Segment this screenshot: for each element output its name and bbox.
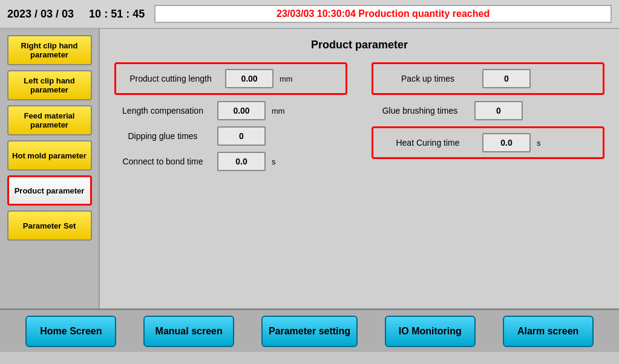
param-row-heat-curing: Heat Curing time 0.0 s	[372, 126, 604, 159]
time-text: 10 : 51 : 45	[89, 8, 145, 20]
sidebar-btn-product-parameter[interactable]: Product parameter	[7, 175, 92, 206]
params-grid: Product cutting length 0.00 mm Length co…	[114, 62, 604, 171]
main-area: Right clip hand parameterLeft clip hand …	[0, 29, 619, 308]
content-area: Product parameter Product cutting length…	[100, 29, 619, 308]
sidebar-btn-left-clip[interactable]: Left clip hand parameter	[7, 70, 92, 100]
param-row-cutting-length: Product cutting length 0.00 mm	[114, 62, 347, 95]
param-input-dipping-glue[interactable]: 0	[217, 126, 266, 146]
param-row-dipping-glue: Dipping glue times 0	[114, 126, 347, 146]
date-text: 2023 / 03 / 03	[7, 8, 74, 20]
sidebar: Right clip hand parameterLeft clip hand …	[0, 29, 100, 308]
param-input-pack-up-times[interactable]: 0	[482, 69, 531, 88]
param-input-cutting-length[interactable]: 0.00	[225, 69, 273, 88]
param-input-connect-bond[interactable]: 0.0	[217, 152, 266, 171]
sidebar-btn-parameter-set[interactable]: Parameter Set	[7, 210, 92, 241]
footer-btn-manual[interactable]: Manual screen	[143, 316, 234, 347]
param-label-cutting-length: Product cutting length	[122, 73, 219, 84]
param-row-length-compensation: Length compensation 0.00 mm	[114, 101, 347, 120]
left-param-group: Product cutting length 0.00 mm Length co…	[114, 62, 347, 171]
param-label-heat-curing: Heat Curing time	[379, 137, 476, 148]
footer: Home ScreenManual screenParameter settin…	[0, 308, 619, 352]
alarm-message: 23/03/03 10:30:04 Production quantity re…	[154, 5, 612, 23]
param-label-connect-bond: Connect to bond time	[114, 156, 211, 167]
page-title: Product parameter	[114, 39, 604, 51]
header: 2023 / 03 / 03 10 : 51 : 45 23/03/03 10:…	[0, 0, 619, 29]
param-label-length-compensation: Length compensation	[114, 105, 211, 116]
footer-btn-parameter-setting[interactable]: Parameter setting	[261, 316, 358, 347]
param-row-connect-bond: Connect to bond time 0.0 s	[114, 152, 347, 171]
datetime-display: 2023 / 03 / 03 10 : 51 : 45	[7, 8, 145, 21]
param-label-pack-up-times: Pack up times	[379, 73, 476, 84]
param-input-heat-curing[interactable]: 0.0	[482, 133, 531, 152]
param-row-pack-up-times: Pack up times 0	[372, 62, 604, 95]
param-unit-connect-bond: s	[272, 157, 284, 166]
param-input-glue-brushing[interactable]: 0	[474, 101, 523, 120]
sidebar-btn-hot-mold[interactable]: Hot mold parameter	[7, 140, 92, 171]
param-unit-heat-curing: s	[537, 138, 549, 148]
footer-btn-alarm[interactable]: Alarm screen	[503, 316, 594, 347]
param-label-glue-brushing: Glue brushing times	[372, 105, 468, 116]
param-row-glue-brushing: Glue brushing times 0	[372, 101, 604, 120]
param-unit-length-compensation: mm	[272, 106, 285, 115]
footer-btn-io-monitoring[interactable]: IO Monitoring	[385, 316, 476, 347]
sidebar-btn-right-clip[interactable]: Right clip hand parameter	[7, 35, 92, 65]
right-param-group: Pack up times 0 Glue brushing times 0 He…	[372, 62, 604, 171]
sidebar-btn-feed-material[interactable]: Feed material parameter	[7, 105, 92, 135]
param-input-length-compensation[interactable]: 0.00	[217, 101, 266, 120]
param-label-dipping-glue: Dipping glue times	[114, 131, 211, 141]
param-unit-cutting-length: mm	[280, 74, 293, 83]
footer-btn-home[interactable]: Home Screen	[25, 316, 116, 347]
